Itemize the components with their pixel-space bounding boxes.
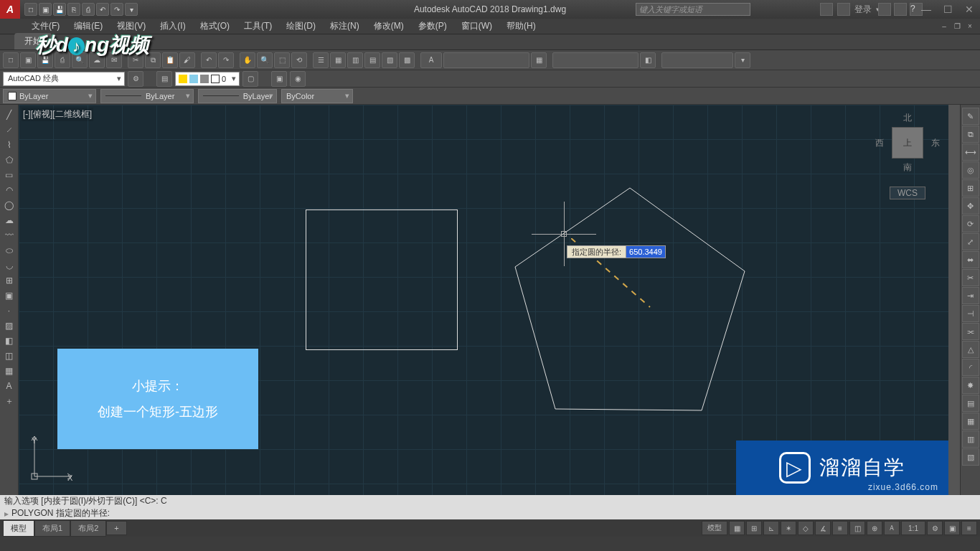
array-tool-icon[interactable]: ⊞ (962, 179, 979, 197)
color-dropdown[interactable]: ByLayer (3, 89, 96, 103)
lwt-toggle-icon[interactable]: ≡ (832, 521, 848, 535)
minimize-button[interactable]: — (915, 0, 937, 19)
menu-format[interactable]: 格式(O) (193, 20, 237, 32)
clean-screen-icon[interactable]: ▣ (944, 521, 960, 535)
menu-parametric[interactable]: 参数(P) (411, 20, 454, 32)
props-palette-icon[interactable]: ▤ (962, 395, 979, 412)
tb-match-icon[interactable]: 🖌 (179, 52, 195, 68)
app-logo[interactable]: A (0, 0, 20, 19)
model-tab[interactable]: 模型 (3, 520, 34, 537)
offset-tool-icon[interactable]: ◎ (962, 161, 979, 179)
save-icon[interactable]: 💾 (53, 3, 66, 16)
snap-toggle-icon[interactable]: ⊞ (746, 521, 762, 535)
tb-calc-icon[interactable]: ▩ (399, 52, 415, 68)
ws-settings-icon[interactable]: ⚙ (128, 71, 143, 87)
cart-icon[interactable] (894, 3, 907, 16)
pline-tool-icon[interactable]: ⌇ (1, 138, 17, 152)
tb-redo-icon[interactable]: ↷ (218, 52, 234, 68)
viewcube-east[interactable]: 东 (931, 137, 940, 149)
viewcube-top[interactable]: 上 (892, 127, 923, 159)
tb-block-icon[interactable] (661, 52, 733, 68)
gear-icon[interactable]: ⚙ (927, 521, 943, 535)
menu-edit[interactable]: 编辑(E) (67, 20, 110, 32)
tb-undo-icon[interactable]: ↶ (201, 52, 217, 68)
viewport-label[interactable]: [-][俯视][二维线框] (22, 108, 93, 121)
help-search-input[interactable]: 键入关键字或短语 (636, 3, 750, 16)
table-tool-icon[interactable]: ▦ (1, 364, 17, 378)
move-tool-icon[interactable]: ✥ (962, 197, 979, 215)
mtext-tool-icon[interactable]: A (1, 379, 17, 393)
menu-file[interactable]: 文件(F) (24, 20, 67, 32)
linetype-dropdown[interactable]: ByLayer (100, 89, 194, 103)
start-tab[interactable]: 开始 (14, 33, 52, 50)
lineweight-dropdown[interactable]: ByLayer (198, 89, 277, 103)
addselected-tool-icon[interactable]: ＋ (1, 394, 17, 408)
osnap-toggle-icon[interactable]: ◇ (798, 521, 814, 535)
layer-iso-icon[interactable]: ▣ (271, 71, 287, 87)
ellipse-tool-icon[interactable]: ⬭ (1, 243, 17, 258)
layer-match-icon[interactable]: ▢ (242, 71, 258, 87)
tool-palette-icon[interactable]: ▥ (962, 430, 979, 448)
ortho-toggle-icon[interactable]: ⊾ (763, 521, 779, 535)
viewcube-wcs[interactable]: WCS (890, 187, 925, 199)
vertical-scrollbar[interactable] (948, 105, 960, 495)
explode-tool-icon[interactable]: ✸ (962, 377, 979, 394)
layout2-tab[interactable]: 布局2 (70, 520, 106, 537)
anno-toggle-icon[interactable]: Ａ (884, 521, 900, 535)
scale-tool-icon[interactable]: ⤢ (962, 233, 979, 250)
spline-tool-icon[interactable]: 〰 (1, 228, 17, 242)
layer-on-icon[interactable]: ◉ (290, 71, 306, 87)
cycling-toggle-icon[interactable]: ⊕ (867, 521, 882, 535)
viewcube-north[interactable]: 北 (875, 112, 940, 124)
arc-tool-icon[interactable]: ◠ (1, 183, 17, 197)
add-layout-tab[interactable]: + (106, 521, 126, 535)
tb-plot-icon[interactable]: ⎙ (55, 52, 70, 68)
tb-toolpal-icon[interactable]: ▥ (347, 52, 363, 68)
workspace-dropdown[interactable]: AutoCAD 经典 (3, 72, 125, 86)
status-model-button[interactable]: 模型 (702, 521, 727, 535)
design-palette-icon[interactable]: ▦ (962, 413, 979, 430)
menu-help[interactable]: 帮助(H) (499, 20, 543, 32)
tb-publish-icon[interactable]: ☁ (89, 52, 105, 68)
dynamic-input-value[interactable]: 650.3449 (626, 246, 665, 258)
polygon-tool-icon[interactable]: ⬠ (1, 153, 17, 167)
gradient-tool-icon[interactable]: ◧ (1, 334, 17, 348)
line-tool-icon[interactable]: ╱ (1, 108, 17, 122)
revcloud-tool-icon[interactable]: ☁ (1, 213, 17, 227)
tb-gradient-icon[interactable]: ◧ (640, 52, 656, 68)
tb-tablestyle-icon[interactable]: ▦ (531, 52, 547, 68)
menu-modify[interactable]: 修改(M) (367, 20, 411, 32)
tb-markup-icon[interactable]: ▧ (382, 52, 397, 68)
hatch-tool-icon[interactable]: ▨ (1, 319, 17, 333)
break-tool-icon[interactable]: ⊣ (962, 305, 979, 322)
tb-preview-icon[interactable]: 🔍 (72, 52, 88, 68)
join-tool-icon[interactable]: ⫘ (962, 323, 979, 340)
tb-zoom-icon[interactable]: 🔍 (257, 52, 273, 68)
mdi-minimize-button[interactable]: – (938, 22, 950, 32)
grid-toggle-icon[interactable]: ▦ (729, 521, 745, 535)
infocenter-icon[interactable] (820, 3, 833, 16)
layer-props-icon[interactable]: ▤ (156, 71, 172, 87)
tb-zoomprev-icon[interactable]: ⟲ (291, 52, 307, 68)
mdi-restore-button[interactable]: ❐ (951, 22, 963, 32)
saveas-icon[interactable]: ⎘ (67, 3, 80, 16)
menu-view[interactable]: 视图(V) (110, 20, 153, 32)
erase-tool-icon[interactable]: ✎ (962, 108, 979, 125)
trim-tool-icon[interactable]: ✂ (962, 269, 979, 286)
mirror-tool-icon[interactable]: ⟷ (962, 143, 979, 161)
menu-draw[interactable]: 绘图(D) (279, 20, 323, 32)
close-button[interactable]: ✕ (958, 0, 980, 19)
copy-tool-icon[interactable]: ⧉ (962, 126, 979, 143)
circle-tool-icon[interactable]: ◯ (1, 198, 17, 212)
tb-send-icon[interactable]: ✉ (106, 52, 122, 68)
mdi-close-button[interactable]: × (964, 22, 976, 32)
sheet-palette-icon[interactable]: ▧ (962, 448, 979, 466)
stretch-tool-icon[interactable]: ⬌ (962, 251, 979, 268)
view-cube[interactable]: 北 西 上 东 南 WCS (875, 112, 940, 205)
open-icon[interactable]: ▣ (39, 3, 52, 16)
fillet-tool-icon[interactable]: ◜ (962, 359, 979, 376)
block-tool-icon[interactable]: ▣ (1, 288, 17, 303)
region-tool-icon[interactable]: ◫ (1, 349, 17, 363)
layer-dropdown[interactable]: 0 (175, 72, 240, 86)
menu-tools[interactable]: 工具(T) (237, 20, 279, 32)
